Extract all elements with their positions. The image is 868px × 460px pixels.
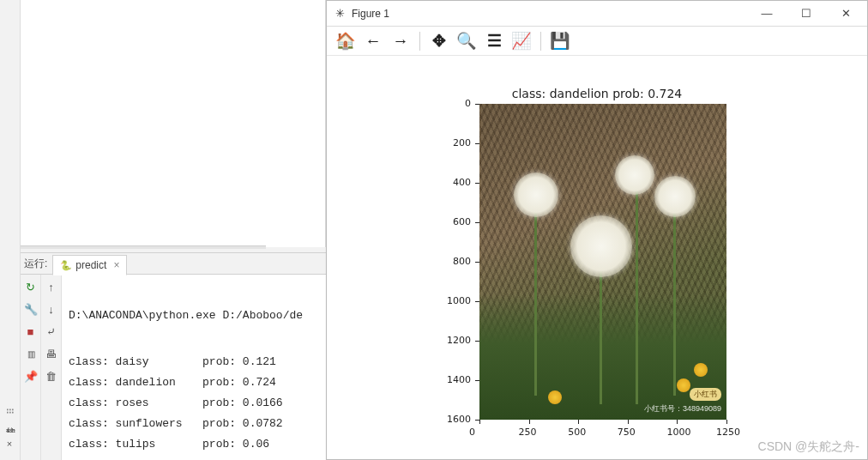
editor-placeholder <box>21 0 326 247</box>
pan-icon[interactable]: ✥ <box>427 29 451 53</box>
rerun-icon[interactable]: ↻ <box>24 280 38 294</box>
close-button[interactable]: ✕ <box>826 1 865 27</box>
x-tick-label: 0 <box>469 427 475 438</box>
wrench-icon[interactable]: 🔧 <box>24 302 38 316</box>
x-tick-label: 1250 <box>716 427 740 438</box>
collapse-vertical-tab[interactable]: × <box>2 433 17 455</box>
forward-icon[interactable]: → <box>389 29 413 53</box>
mpl-toolbar: 🏠 ← → ✥ 🔍 ☰ 📈 💾 <box>327 27 867 56</box>
console-line: class: roses prob: 0.0166 <box>69 393 319 414</box>
image-source-id: 小红书号：348949089 <box>644 403 721 415</box>
trash-icon[interactable]: 🗑 <box>45 369 58 383</box>
y-tick-label: 400 <box>440 177 471 188</box>
y-tick-label: 600 <box>440 216 471 227</box>
y-tick-label: 1000 <box>440 295 471 306</box>
y-tick-mark <box>475 183 479 184</box>
ide-area: ⠿ 结构 × 运行: 🐍 predict × ↻ 🔧 ■ ▥ 📌 <box>0 0 326 460</box>
figure-titlebar[interactable]: ✳ Figure 1 — ☐ ✕ <box>327 1 867 27</box>
console-line: class: daisy prob: 0.121 <box>69 352 319 372</box>
home-icon[interactable]: 🏠 <box>334 29 358 53</box>
x-tick-mark <box>677 420 678 424</box>
save-icon[interactable]: 💾 <box>548 29 572 53</box>
configure-icon[interactable]: ☰ <box>482 29 506 53</box>
plot-title: class: dandelion prob: 0.724 <box>327 87 867 100</box>
stem <box>636 181 638 404</box>
dandelion-puff <box>654 176 696 217</box>
up-icon[interactable]: ↑ <box>45 280 58 294</box>
maximize-button[interactable]: ☐ <box>787 1 826 27</box>
figure-window: ✳ Figure 1 — ☐ ✕ 🏠 ← → ✥ 🔍 ☰ 📈 💾 class: … <box>326 0 868 460</box>
console-line: class: sunflowers prob: 0.0782 <box>69 414 319 434</box>
figure-title: Figure 1 <box>352 8 389 20</box>
print-icon[interactable]: 🖶 <box>45 347 58 360</box>
structure-vertical-tab[interactable]: ⠿ 结构 <box>2 402 20 426</box>
yellow-flower <box>677 378 690 392</box>
y-tick-mark <box>475 104 479 105</box>
console-line: class: dandelion prob: 0.724 <box>69 372 319 393</box>
y-tick-mark <box>475 301 479 302</box>
x-tick-mark <box>479 420 480 424</box>
softwrap-icon[interactable]: ⤶ <box>45 324 58 338</box>
run-tab-predict[interactable]: 🐍 predict × <box>52 255 127 275</box>
y-tick-mark <box>475 262 479 263</box>
x-tick-mark <box>726 420 727 424</box>
y-tick-label: 200 <box>440 137 471 148</box>
yellow-flower <box>548 390 562 404</box>
layout-icon[interactable]: ▥ <box>24 347 38 360</box>
console-cmd: D:\ANACONDA\python.exe D:/Aboboo/de <box>69 306 319 326</box>
image-source-badge: 小红书 <box>690 388 721 401</box>
zoom-icon[interactable]: 🔍 <box>455 29 479 53</box>
yellow-flower <box>694 363 708 377</box>
matplotlib-icon: ✳ <box>335 7 345 20</box>
toolbar-sep-2 <box>540 32 541 51</box>
figure-canvas[interactable]: class: dandelion prob: 0.724 小红书 小红书号：34… <box>327 56 867 459</box>
run-label: 运行: <box>24 257 47 271</box>
pin-icon[interactable]: 📌 <box>24 369 38 383</box>
x-tick-mark <box>628 420 629 424</box>
stem <box>673 198 676 396</box>
y-tick-label: 1200 <box>440 335 471 346</box>
ide-left-gutter: ⠿ 结构 × <box>0 0 21 460</box>
dandelion-puff <box>514 172 558 217</box>
run-tool-column-1: ↻ 🔧 ■ ▥ 📌 <box>21 275 41 460</box>
x-tick-label: 250 <box>519 427 537 438</box>
dandelion-puff <box>570 215 632 277</box>
down-icon[interactable]: ↓ <box>45 302 58 316</box>
y-tick-mark <box>475 380 479 381</box>
toolbar-sep-1 <box>419 32 420 51</box>
back-icon[interactable]: ← <box>361 29 385 53</box>
y-tick-label: 800 <box>440 256 471 267</box>
console-output[interactable]: D:\ANACONDA\python.exe D:/Aboboo/de clas… <box>62 275 326 460</box>
x-tick-mark <box>529 420 530 424</box>
run-tab-title: predict <box>75 259 106 271</box>
y-tick-label: 1600 <box>440 414 471 425</box>
x-tick-label: 750 <box>618 427 636 438</box>
minimize-button[interactable]: — <box>747 1 787 27</box>
run-tool-column-2: ↑ ↓ ⤶ 🖶 🗑 <box>41 275 62 460</box>
y-tick-mark <box>475 222 479 223</box>
stop-icon[interactable]: ■ <box>24 324 38 338</box>
subplots-icon[interactable]: 📈 <box>509 29 533 53</box>
x-tick-mark <box>578 420 579 424</box>
stem <box>534 207 537 396</box>
window-buttons: — ☐ ✕ <box>747 1 865 27</box>
plot-image: 小红书 小红书号：348949089 <box>479 104 726 420</box>
editor-divider <box>21 245 266 249</box>
x-tick-label: 1000 <box>666 427 690 438</box>
ground-texture <box>479 294 726 420</box>
run-tabbar: 运行: 🐍 predict × <box>21 253 326 275</box>
console-line: class: tulips prob: 0.06 <box>69 434 319 455</box>
y-tick-label: 0 <box>440 98 471 109</box>
y-tick-mark <box>475 143 479 144</box>
run-body: ↻ 🔧 ■ ▥ 📌 ↑ ↓ ⤶ 🖶 🗑 D:\ANACONDA\python.e… <box>21 275 326 460</box>
python-icon: 🐍 <box>60 260 72 271</box>
run-panel: 运行: 🐍 predict × ↻ 🔧 ■ ▥ 📌 ↑ ↓ ⤶ 🖶 🗑 <box>21 252 326 460</box>
y-tick-mark <box>475 341 479 342</box>
page-watermark: CSDN @失舵之舟- <box>758 439 859 455</box>
y-tick-label: 1400 <box>440 374 471 385</box>
close-icon[interactable]: × <box>113 259 119 271</box>
collapse-icon: × <box>4 439 15 449</box>
dandelion-puff <box>615 155 654 195</box>
structure-icon: ⠿ <box>7 408 15 416</box>
x-tick-label: 500 <box>568 427 586 438</box>
